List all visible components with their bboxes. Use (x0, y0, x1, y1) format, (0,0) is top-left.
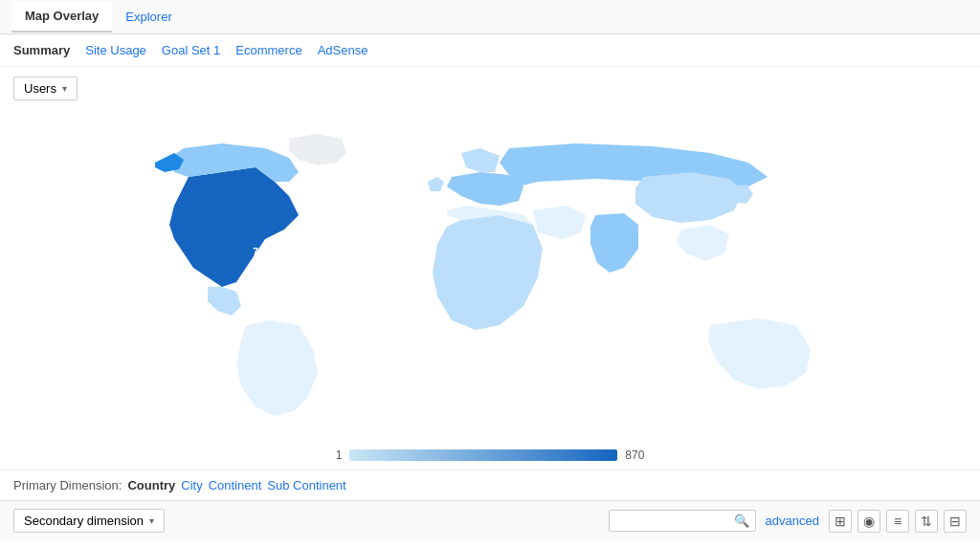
tab-map-overlay[interactable]: Map Overlay (11, 1, 112, 33)
sort-view-icon[interactable]: ⇅ (915, 510, 938, 533)
grid-view-icon[interactable]: ⊞ (829, 510, 852, 533)
map-container: 7 (0, 110, 980, 445)
chevron-down-icon-sec: ▾ (149, 515, 154, 526)
advanced-link[interactable]: advanced (766, 514, 819, 528)
usa-label: 7 (253, 246, 258, 257)
primary-dimension-row: Primary Dimension: Country City Continen… (0, 470, 980, 500)
sub-nav: Summary Site Usage Goal Set 1 Ecommerce … (0, 34, 980, 67)
view-icons: ⊞ ◉ ≡ ⇅ ⊟ (829, 510, 967, 533)
tab-explorer[interactable]: Explorer (112, 2, 185, 32)
chevron-down-icon: ▾ (62, 83, 67, 94)
controls-row: Users ▾ (0, 67, 980, 110)
scale-bar (349, 449, 617, 461)
secondary-dimension-label: Secondary dimension (24, 514, 144, 528)
table-view-icon[interactable]: ⊟ (944, 510, 967, 533)
primary-dim-label: Primary Dimension: (13, 478, 122, 492)
primary-dim-active: Country (127, 478, 175, 492)
scale-min-label: 1 (336, 449, 343, 462)
users-dropdown[interactable]: Users ▾ (13, 77, 78, 100)
dim-link-continent[interactable]: Continent (209, 478, 262, 492)
search-icon: 🔍 (734, 514, 749, 528)
tab-bar: Map Overlay Explorer (0, 0, 980, 34)
users-dropdown-label: Users (24, 81, 56, 96)
subnav-site-usage[interactable]: Site Usage (85, 43, 146, 57)
subnav-summary[interactable]: Summary (13, 43, 70, 57)
secondary-dimension-button[interactable]: Secondary dimension ▾ (13, 509, 165, 533)
dim-link-city[interactable]: City (181, 478, 202, 492)
scale-max-label: 870 (625, 449, 644, 462)
search-input[interactable] (615, 514, 730, 528)
scale-bar-container: 1 870 (0, 445, 980, 470)
list-view-icon[interactable]: ≡ (886, 510, 909, 533)
world-map-svg: 7 (98, 120, 882, 435)
subnav-adsense[interactable]: AdSense (318, 43, 368, 57)
dim-link-sub-continent[interactable]: Sub Continent (267, 478, 345, 492)
circle-view-icon[interactable]: ◉ (858, 510, 880, 533)
search-box[interactable]: 🔍 (609, 510, 756, 532)
subnav-goal-set-1[interactable]: Goal Set 1 (162, 43, 220, 57)
subnav-ecommerce[interactable]: Ecommerce (235, 43, 301, 57)
bottom-toolbar: Secondary dimension ▾ 🔍 advanced ⊞ ◉ ≡ ⇅… (0, 500, 980, 540)
